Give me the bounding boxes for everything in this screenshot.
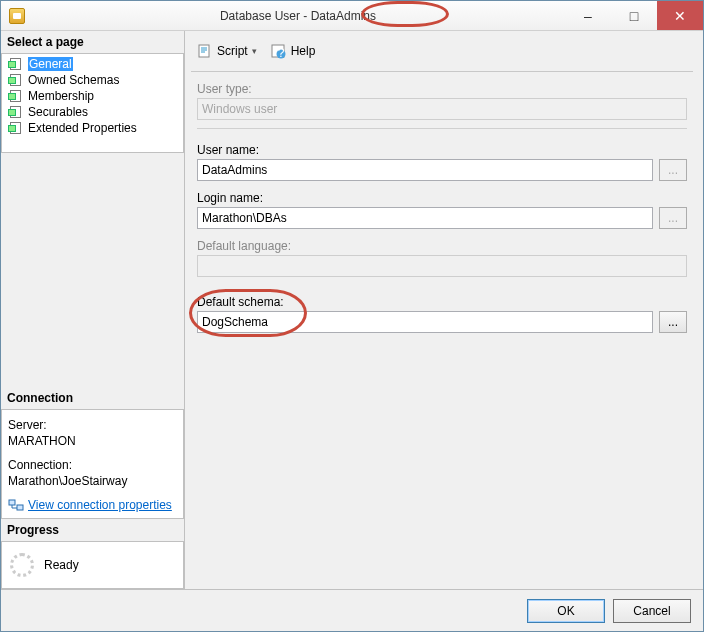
page-icon — [8, 121, 24, 135]
right-column: Script ▾ ? Help User type: Windows user — [185, 31, 703, 589]
toolbar: Script ▾ ? Help — [191, 35, 693, 72]
page-icon — [8, 89, 24, 103]
server-value: MARATHON — [8, 434, 177, 448]
connection-header: Connection — [1, 387, 184, 409]
window-buttons: – □ ✕ — [565, 1, 703, 30]
user-type-label: User type: — [197, 82, 687, 96]
progress-panel: Ready — [1, 541, 184, 589]
network-icon — [8, 498, 24, 512]
select-page-header: Select a page — [1, 31, 184, 53]
login-name-browse-button: ... — [659, 207, 687, 229]
page-item-label: Membership — [28, 89, 94, 103]
script-icon — [197, 43, 213, 59]
user-name-browse-button: ... — [659, 159, 687, 181]
ok-button[interactable]: OK — [527, 599, 605, 623]
page-item-membership[interactable]: Membership — [2, 88, 183, 104]
login-name-row: Login name: ... — [197, 191, 687, 229]
body: Select a page General Owned Schemas Memb… — [1, 31, 703, 589]
title-bar: Database User - DataAdmins – □ ✕ — [1, 1, 703, 31]
page-item-label: Owned Schemas — [28, 73, 119, 87]
bottom-bar: OK Cancel — [1, 589, 703, 631]
user-type-select: Windows user — [197, 98, 687, 120]
user-name-label: User name: — [197, 143, 687, 157]
default-schema-input[interactable] — [197, 311, 653, 333]
view-connection-properties-link[interactable]: View connection properties — [8, 498, 177, 512]
cancel-button[interactable]: Cancel — [613, 599, 691, 623]
view-connection-properties-label: View connection properties — [28, 498, 172, 512]
connection-label: Connection: — [8, 458, 177, 472]
login-name-input[interactable] — [197, 207, 653, 229]
login-name-label: Login name: — [197, 191, 687, 205]
progress-status: Ready — [44, 558, 79, 572]
default-schema-label: Default schema: — [197, 295, 687, 309]
help-button[interactable]: ? Help — [267, 41, 320, 61]
page-item-label: General — [28, 57, 73, 71]
close-button[interactable]: ✕ — [657, 1, 703, 30]
page-item-label: Extended Properties — [28, 121, 137, 135]
maximize-button[interactable]: □ — [611, 1, 657, 30]
window-title: Database User - DataAdmins — [31, 9, 565, 23]
chevron-down-icon[interactable]: ▾ — [252, 46, 257, 56]
divider — [197, 128, 687, 129]
left-spacer — [1, 153, 184, 387]
page-icon — [8, 57, 24, 71]
svg-rect-2 — [199, 45, 209, 57]
page-item-general[interactable]: General — [2, 56, 183, 72]
page-item-owned-schemas[interactable]: Owned Schemas — [2, 72, 183, 88]
page-icon — [8, 105, 24, 119]
server-label: Server: — [8, 418, 177, 432]
page-item-label: Securables — [28, 105, 88, 119]
default-language-label: Default language: — [197, 239, 687, 253]
svg-rect-1 — [17, 505, 23, 510]
page-list: General Owned Schemas Membership Securab… — [1, 53, 184, 153]
script-button[interactable]: Script ▾ — [193, 41, 261, 61]
minimize-button[interactable]: – — [565, 1, 611, 30]
svg-text:?: ? — [277, 46, 284, 59]
left-column: Select a page General Owned Schemas Memb… — [1, 31, 185, 589]
script-label: Script — [217, 44, 248, 58]
help-icon: ? — [271, 43, 287, 59]
default-schema-row: Default schema: ... — [197, 295, 687, 333]
page-item-extended-properties[interactable]: Extended Properties — [2, 120, 183, 136]
user-name-input[interactable] — [197, 159, 653, 181]
page-item-securables[interactable]: Securables — [2, 104, 183, 120]
user-name-row: User name: ... — [197, 143, 687, 181]
app-icon — [9, 8, 25, 24]
progress-spinner-icon — [10, 553, 34, 577]
progress-header: Progress — [1, 519, 184, 541]
connection-value: Marathon\JoeStairway — [8, 474, 177, 488]
form-area: User type: Windows user User name: ... L… — [191, 72, 693, 343]
user-type-row: User type: Windows user — [197, 82, 687, 120]
default-schema-browse-button[interactable]: ... — [659, 311, 687, 333]
connection-panel: Server: MARATHON Connection: Marathon\Jo… — [1, 409, 184, 519]
default-language-row: Default language: — [197, 239, 687, 277]
page-icon — [8, 73, 24, 87]
svg-rect-0 — [9, 500, 15, 505]
default-language-select — [197, 255, 687, 277]
help-label: Help — [291, 44, 316, 58]
